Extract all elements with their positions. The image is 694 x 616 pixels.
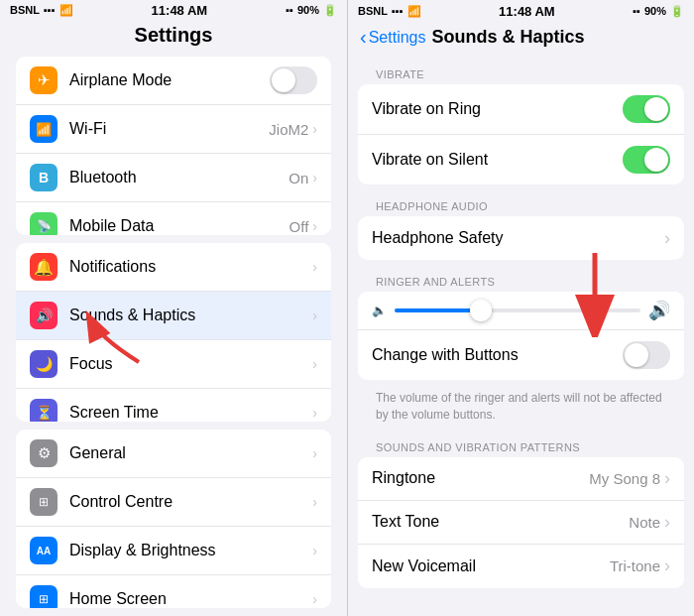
texttone-value: Note (629, 514, 660, 531)
sidebar-item-airplane[interactable]: ✈ Airplane Mode (16, 57, 331, 105)
mobile-icon: 📡 (30, 212, 58, 235)
change-buttons-toggle[interactable] (623, 341, 670, 369)
settings-group-3: ⚙ General › ⊞ Control Centre › AA Displa… (16, 430, 331, 608)
ringer-slider-track (395, 308, 640, 312)
section-header-patterns: SOUNDS AND VIBRATION PATTERNS (348, 431, 694, 457)
sidebar-item-screentime[interactable]: ⏳ Screen Time › (16, 389, 331, 422)
back-button[interactable]: ‹ Settings (360, 26, 425, 49)
ringer-slider-fill (395, 308, 481, 312)
right-header: ‹ Settings Sounds & Haptics (348, 22, 694, 59)
general-chevron: › (312, 445, 317, 461)
left-status-left: BSNL ▪▪▪ 📶 (10, 4, 73, 17)
left-signal-icon: ▪▪▪ (44, 4, 56, 16)
display-label: Display & Brightness (69, 542, 312, 559)
sidebar-item-homescreen[interactable]: ⊞ Home Screen › (16, 575, 331, 608)
sidebar-item-sounds[interactable]: 🔊 Sounds & Haptics › (16, 292, 331, 340)
bluetooth-label: Bluetooth (69, 169, 289, 186)
sidebar-item-control[interactable]: ⊞ Control Centre › (16, 478, 331, 527)
newvoicemail-chevron: › (664, 555, 670, 576)
control-label: Control Centre (69, 493, 312, 511)
vibrate-ring-label: Vibrate on Ring (372, 100, 623, 118)
sidebar-item-wifi[interactable]: 📶 Wi-Fi JioM2 › (16, 105, 331, 154)
section-header-headphone: HEADPHONE AUDIO (348, 190, 694, 216)
homescreen-label: Home Screen (69, 590, 312, 608)
volume-high-icon: 🔊 (648, 300, 670, 321)
right-wifi-icon: 📶 (407, 5, 421, 18)
ringer-desc: The volume of the ringer and alerts will… (348, 386, 694, 431)
sidebar-item-focus[interactable]: 🌙 Focus › (16, 340, 331, 389)
mobile-chevron: › (312, 218, 317, 234)
sidebar-item-display[interactable]: AA Display & Brightness › (16, 527, 331, 575)
texttone-label: Text Tone (372, 513, 629, 531)
settings-group-2: 🔔 Notifications › 🔊 Sounds & Haptics › 🌙… (16, 243, 331, 422)
section-header-ringer: RINGER AND ALERTS (348, 266, 694, 292)
ringtone-item[interactable]: Ringtone My Song 8 › (358, 457, 684, 501)
mobile-label: Mobile Data (69, 217, 289, 235)
display-icon: AA (30, 537, 58, 564)
vibrate-silent-toggle[interactable] (623, 146, 670, 174)
right-time: 11:48 AM (499, 4, 555, 19)
sidebar-item-general[interactable]: ⚙ General › (16, 430, 331, 478)
airplane-toggle[interactable] (270, 66, 317, 94)
headphone-safety-item[interactable]: Headphone Safety › (358, 216, 684, 260)
vibrate-ring-item[interactable]: Vibrate on Ring (358, 84, 684, 135)
settings-group-1: ✈ Airplane Mode 📶 Wi-Fi JioM2 › B Blueto… (16, 57, 331, 235)
general-icon: ⚙ (30, 439, 58, 467)
texttone-chevron: › (664, 512, 670, 533)
newvoicemail-label: New Voicemail (372, 557, 610, 575)
left-battery: 90% (297, 4, 319, 16)
right-title: Sounds & Haptics (431, 27, 584, 48)
control-chevron: › (312, 494, 317, 510)
ringtone-value: My Song 8 (589, 470, 660, 487)
screentime-icon: ⏳ (30, 399, 58, 422)
headphone-safety-chevron: › (664, 228, 670, 249)
change-buttons-item[interactable]: Change with Buttons (358, 330, 684, 380)
back-chevron-icon: ‹ (360, 26, 367, 49)
right-signal2: ▪▪ (633, 5, 640, 17)
right-signal-icon: ▪▪▪ (392, 5, 404, 17)
patterns-group: Ringtone My Song 8 › Text Tone Note › Ne… (358, 457, 684, 588)
right-status-left: BSNL ▪▪▪ 📶 (358, 5, 421, 18)
newvoicemail-value: Tri-tone (610, 557, 660, 574)
texttone-item[interactable]: Text Tone Note › (358, 501, 684, 545)
sidebar-item-notifications[interactable]: 🔔 Notifications › (16, 243, 331, 292)
right-panel: BSNL ▪▪▪ 📶 11:48 AM ▪▪ 90% 🔋 ‹ Settings … (347, 0, 694, 616)
bluetooth-chevron: › (312, 170, 317, 185)
screentime-chevron: › (312, 405, 317, 421)
vibrate-group: Vibrate on Ring Vibrate on Silent (358, 84, 684, 185)
headphone-group: Headphone Safety › (358, 216, 684, 260)
left-wifi-icon: 📶 (59, 4, 73, 17)
notifications-label: Notifications (69, 258, 312, 276)
ringer-group: 🔈 🔊 Change with Buttons (358, 292, 684, 380)
ringer-slider-thumb[interactable] (470, 300, 492, 321)
ringer-slider-row: 🔈 🔊 (358, 292, 684, 329)
headphone-safety-label: Headphone Safety (372, 229, 664, 247)
general-label: General (69, 444, 312, 462)
sidebar-item-mobile[interactable]: 📡 Mobile Data Off › (16, 202, 331, 235)
vibrate-silent-item[interactable]: Vibrate on Silent (358, 135, 684, 185)
screentime-label: Screen Time (69, 404, 312, 422)
ringtone-chevron: › (664, 468, 670, 489)
bluetooth-icon: B (30, 164, 58, 191)
left-title: Settings (0, 20, 347, 57)
left-carrier: BSNL (10, 4, 40, 16)
wifi-chevron: › (312, 121, 317, 137)
airplane-icon: ✈ (30, 66, 58, 94)
left-status-right: ▪▪ 90% 🔋 (286, 4, 337, 17)
right-battery: 90% (644, 5, 666, 17)
sounds-chevron: › (312, 308, 317, 323)
focus-label: Focus (69, 355, 312, 373)
homescreen-chevron: › (312, 591, 317, 607)
sounds-label: Sounds & Haptics (69, 307, 312, 324)
newvoicemail-item[interactable]: New Voicemail Tri-tone › (358, 545, 684, 588)
display-chevron: › (312, 543, 317, 558)
left-panel: BSNL ▪▪▪ 📶 11:48 AM ▪▪ 90% 🔋 Settings ✈ … (0, 0, 347, 616)
ringtone-label: Ringtone (372, 469, 589, 487)
volume-low-icon: 🔈 (372, 304, 387, 317)
wifi-value: JioM2 (269, 121, 308, 138)
sidebar-item-bluetooth[interactable]: B Bluetooth On › (16, 154, 331, 202)
left-battery-icon: 🔋 (323, 4, 337, 17)
wifi-label: Wi-Fi (69, 120, 269, 138)
focus-chevron: › (312, 356, 317, 372)
vibrate-ring-toggle[interactable] (623, 95, 670, 123)
